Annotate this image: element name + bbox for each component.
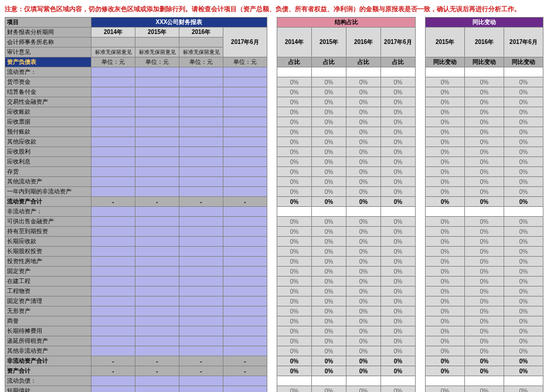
value-cell[interactable]	[223, 267, 267, 277]
value-cell[interactable]	[91, 127, 135, 137]
value-cell[interactable]	[179, 237, 223, 247]
value-cell[interactable]	[223, 336, 267, 346]
value-cell[interactable]	[135, 326, 179, 336]
value-cell[interactable]	[135, 127, 179, 137]
value-cell[interactable]	[91, 237, 135, 247]
value-cell[interactable]	[179, 87, 223, 97]
value-cell[interactable]	[135, 306, 179, 316]
value-cell[interactable]	[179, 187, 223, 197]
value-cell[interactable]	[91, 306, 135, 316]
value-cell[interactable]	[223, 296, 267, 306]
value-cell[interactable]	[91, 316, 135, 326]
value-cell[interactable]	[135, 336, 179, 346]
value-cell[interactable]	[91, 107, 135, 117]
value-cell[interactable]	[179, 336, 223, 346]
value-cell[interactable]	[223, 306, 267, 316]
value-cell[interactable]	[223, 147, 267, 157]
value-cell[interactable]	[91, 296, 135, 306]
value-cell[interactable]	[91, 87, 135, 97]
value-cell[interactable]	[91, 277, 135, 287]
value-cell[interactable]	[179, 306, 223, 316]
value-cell[interactable]	[223, 237, 267, 247]
value-cell[interactable]	[91, 157, 135, 167]
value-cell[interactable]	[179, 217, 223, 227]
value-cell[interactable]	[135, 296, 179, 306]
value-cell[interactable]	[91, 217, 135, 227]
value-cell[interactable]	[223, 87, 267, 97]
value-cell[interactable]	[135, 147, 179, 157]
value-cell[interactable]	[179, 287, 223, 296]
value-cell[interactable]	[135, 117, 179, 127]
value-cell[interactable]	[91, 326, 135, 336]
value-cell[interactable]	[91, 257, 135, 267]
value-cell[interactable]	[179, 346, 223, 356]
value-cell[interactable]	[135, 77, 179, 87]
value-cell[interactable]	[223, 277, 267, 287]
value-cell[interactable]	[179, 77, 223, 87]
value-cell[interactable]	[135, 316, 179, 326]
value-cell[interactable]	[135, 217, 179, 227]
value-cell[interactable]	[223, 107, 267, 117]
value-cell[interactable]	[179, 147, 223, 157]
value-cell[interactable]	[223, 167, 267, 177]
value-cell[interactable]	[91, 336, 135, 346]
value-cell[interactable]	[135, 386, 179, 392]
value-cell[interactable]	[223, 287, 267, 296]
value-cell[interactable]	[179, 316, 223, 326]
value-cell[interactable]	[223, 257, 267, 267]
value-cell[interactable]	[135, 346, 179, 356]
value-cell[interactable]	[179, 167, 223, 177]
value-cell[interactable]	[179, 117, 223, 127]
value-cell[interactable]	[179, 326, 223, 336]
value-cell[interactable]	[91, 227, 135, 237]
value-cell[interactable]	[91, 287, 135, 296]
value-cell[interactable]	[135, 107, 179, 117]
value-cell[interactable]	[223, 177, 267, 187]
value-cell[interactable]	[223, 326, 267, 336]
value-cell[interactable]	[223, 127, 267, 137]
value-cell[interactable]	[223, 187, 267, 197]
value-cell[interactable]	[179, 107, 223, 117]
value-cell[interactable]	[135, 227, 179, 237]
value-cell[interactable]	[91, 386, 135, 392]
firm-input-2014[interactable]	[91, 38, 135, 47]
value-cell[interactable]	[91, 167, 135, 177]
value-cell[interactable]	[135, 87, 179, 97]
firm-input-2015[interactable]	[135, 38, 179, 47]
value-cell[interactable]	[223, 217, 267, 227]
value-cell[interactable]	[179, 127, 223, 137]
value-cell[interactable]	[179, 177, 223, 187]
value-cell[interactable]	[135, 257, 179, 267]
value-cell[interactable]	[135, 97, 179, 107]
value-cell[interactable]	[91, 77, 135, 87]
value-cell[interactable]	[223, 77, 267, 87]
value-cell[interactable]	[179, 257, 223, 267]
value-cell[interactable]	[91, 147, 135, 157]
value-cell[interactable]	[223, 346, 267, 356]
value-cell[interactable]	[135, 157, 179, 167]
value-cell[interactable]	[135, 247, 179, 257]
value-cell[interactable]	[223, 117, 267, 127]
value-cell[interactable]	[135, 167, 179, 177]
value-cell[interactable]	[223, 97, 267, 107]
value-cell[interactable]	[135, 187, 179, 197]
value-cell[interactable]	[91, 117, 135, 127]
value-cell[interactable]	[91, 97, 135, 107]
value-cell[interactable]	[179, 267, 223, 277]
value-cell[interactable]	[223, 157, 267, 167]
value-cell[interactable]	[179, 157, 223, 167]
value-cell[interactable]	[223, 386, 267, 392]
value-cell[interactable]	[135, 177, 179, 187]
value-cell[interactable]	[91, 346, 135, 356]
value-cell[interactable]	[91, 177, 135, 187]
value-cell[interactable]	[91, 137, 135, 147]
value-cell[interactable]	[223, 247, 267, 257]
value-cell[interactable]	[223, 137, 267, 147]
value-cell[interactable]	[91, 247, 135, 257]
value-cell[interactable]	[223, 316, 267, 326]
value-cell[interactable]	[179, 97, 223, 107]
value-cell[interactable]	[179, 386, 223, 392]
value-cell[interactable]	[179, 247, 223, 257]
value-cell[interactable]	[91, 267, 135, 277]
value-cell[interactable]	[223, 227, 267, 237]
